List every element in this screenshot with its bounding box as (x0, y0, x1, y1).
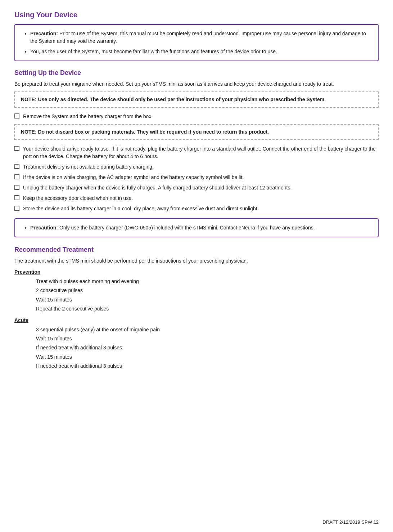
checkbox-item-0: Your device should arrive ready to use. … (14, 145, 379, 160)
section-treatment-title: Recommended Treatment (14, 246, 379, 254)
checkbox-3[interactable] (14, 185, 19, 190)
checkbox-remove[interactable] (14, 113, 19, 119)
prevention-item-0: Treat with 4 pulses each morning and eve… (36, 277, 379, 285)
section-treatment: Recommended Treatment The treatment with… (14, 246, 379, 370)
prevention-label: Prevention (14, 268, 379, 276)
prevention-item-1: 2 consecutive pulses (36, 286, 379, 294)
checkbox-label-4: Keep the accessory door closed when not … (23, 195, 133, 202)
precaution-list-2: Precaution: Only use the battery charger… (22, 224, 371, 232)
acute-item-4: If needed treat with additional 3 pulses (36, 362, 379, 370)
acute-list: 3 sequential pulses (early) at the onset… (14, 326, 379, 370)
checkbox-0[interactable] (14, 146, 19, 151)
acute-item-3: Wait 15 minutes (36, 353, 379, 361)
footer: DRAFT 2/12/2019 SPW 12 (322, 519, 379, 525)
precaution-box-2-wrapper: Precaution: Only use the battery charger… (14, 218, 379, 237)
checkbox-item-3: Unplug the battery charger when the devi… (14, 184, 379, 192)
checkbox-label-5: Store the device and its battery charger… (23, 205, 258, 213)
acute-item-2: If needed treat with additional 3 pulses (36, 344, 379, 352)
prevention-list: Treat with 4 pulses each morning and eve… (14, 277, 379, 313)
checkbox-label-1: Treatment delivery is not available duri… (23, 163, 154, 171)
acute-item-0: 3 sequential pulses (early) at the onset… (36, 326, 379, 334)
checkbox-item-5: Store the device and its battery charger… (14, 205, 379, 213)
precaution-label-2: Precaution: (30, 225, 58, 231)
checkbox-group: Your device should arrive ready to use. … (14, 145, 379, 213)
checkbox-item-2: If the device is on while charging, the … (14, 174, 379, 181)
checkbox-5[interactable] (14, 206, 19, 211)
prevention-item-2: Wait 15 minutes (36, 296, 379, 304)
checkbox-label-2: If the device is on while charging, the … (23, 174, 244, 181)
section-setup-intro: Be prepared to treat your migraine when … (14, 80, 379, 88)
checkbox-list-1: Remove the System and the battery charge… (14, 113, 379, 120)
precaution-item-1: Precaution: Prior to use of the System, … (30, 30, 371, 45)
acute-item-1: Wait 15 minutes (36, 335, 379, 343)
note-text-1: NOTE: Use only as directed. The device s… (21, 96, 372, 103)
checkbox-2[interactable] (14, 174, 19, 179)
checkbox-item-remove: Remove the System and the battery charge… (14, 113, 379, 120)
precaution-list-1: Precaution: Prior to use of the System, … (22, 30, 371, 55)
prevention-section: Prevention Treat with 4 pulses each morn… (14, 268, 379, 313)
prevention-item-3: Repeat the 2 consecutive pulses (36, 305, 379, 313)
footer-text: DRAFT 2/12/2019 SPW 12 (322, 519, 379, 525)
section-setup-title: Setting Up the Device (14, 69, 379, 77)
note-text-2: NOTE: Do not discard box or packing mate… (21, 128, 372, 136)
page-title: Using Your Device (14, 11, 379, 19)
checkbox-item-4: Keep the accessory door closed when not … (14, 195, 379, 202)
precaution-box-1: Precaution: Prior to use of the System, … (14, 24, 379, 61)
checkbox-4[interactable] (14, 195, 19, 200)
precaution-item-2: You, as the user of the System, must bec… (30, 48, 371, 55)
precaution-item-3: Precaution: Only use the battery charger… (30, 224, 371, 232)
checkbox-1[interactable] (14, 164, 19, 169)
checkbox-label-3: Unplug the battery charger when the devi… (23, 184, 292, 192)
checkbox-item-1: Treatment delivery is not available duri… (14, 163, 379, 171)
acute-label: Acute (14, 317, 379, 324)
note-box-1: NOTE: Use only as directed. The device s… (14, 91, 379, 108)
precaution-text-2: You, as the user of the System, must bec… (30, 49, 277, 54)
acute-section: Acute 3 sequential pulses (early) at the… (14, 317, 379, 370)
checkbox-remove-label: Remove the System and the battery charge… (23, 113, 153, 120)
section-setup: Setting Up the Device Be prepared to tre… (14, 69, 379, 237)
precaution-text-1: Prior to use of the System, this manual … (30, 31, 366, 44)
checkbox-label-0: Your device should arrive ready to use. … (23, 145, 379, 160)
precaution-box-2: Precaution: Only use the battery charger… (14, 218, 379, 237)
precaution-text-3: Only use the battery charger (DWG-0505) … (59, 225, 315, 231)
section-treatment-intro: The treatment with the sTMS mini should … (14, 257, 379, 265)
precaution-label-1: Precaution: (30, 31, 58, 36)
note-box-2: NOTE: Do not discard box or packing mate… (14, 124, 379, 140)
